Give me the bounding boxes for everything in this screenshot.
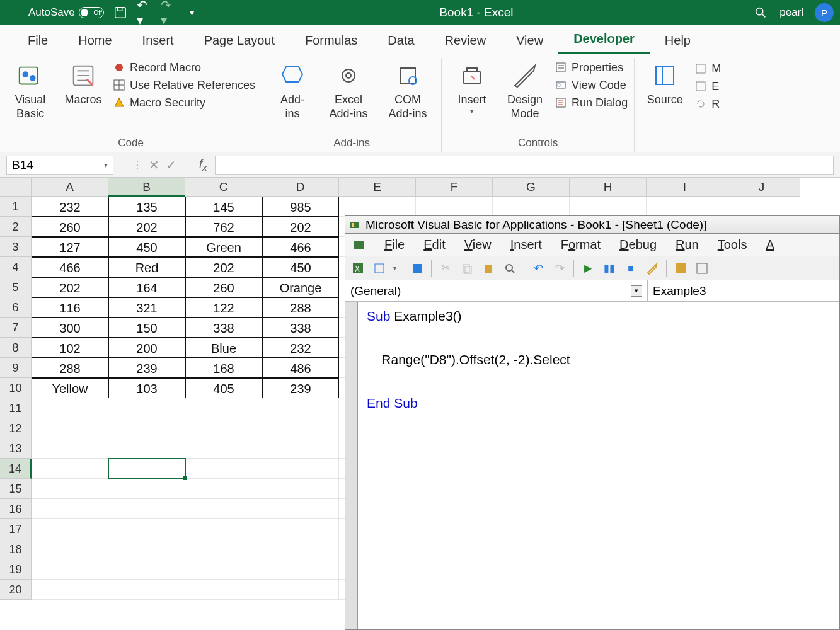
cell-H1[interactable] [570,197,647,217]
vba-cut-icon[interactable]: ✂ [438,261,453,276]
vba-save-icon[interactable] [410,261,425,276]
toggle-switch[interactable]: Off [79,7,104,18]
cell-B2[interactable]: 202 [108,217,185,237]
qat-dropdown-icon[interactable]: ▾ [185,5,200,20]
vba-menu-view[interactable]: View [464,238,492,252]
cell-B19[interactable] [108,559,185,580]
cell-C16[interactable] [185,499,262,519]
cell-A20[interactable] [32,580,108,600]
vba-stop-icon[interactable]: ■ [623,261,638,276]
cell-C9[interactable]: 168 [185,358,262,378]
cell-I1[interactable] [647,197,723,217]
macro-security-button[interactable]: Macro Security [112,96,255,110]
design-mode-button[interactable]: Design Mode [501,60,549,120]
column-header-E[interactable]: E [339,178,416,197]
addins-button[interactable]: Add- ins [268,60,316,120]
row-header-17[interactable]: 17 [0,519,32,539]
cell-F1[interactable] [416,197,493,217]
cell-D1[interactable]: 985 [262,197,339,217]
cell-C13[interactable] [185,438,262,459]
select-all-corner[interactable] [0,178,32,197]
tab-formulas[interactable]: Formulas [290,27,372,54]
cell-J1[interactable] [723,197,800,217]
vba-insert-icon[interactable] [372,261,387,276]
cell-D5[interactable]: Orange [262,277,339,297]
cell-D10[interactable]: 239 [262,378,339,398]
row-header-19[interactable]: 19 [0,559,32,580]
cell-B7[interactable]: 150 [108,318,185,338]
cell-A9[interactable]: 288 [32,358,108,378]
row-header-20[interactable]: 20 [0,580,32,600]
vba-menu-run[interactable]: Run [676,238,699,252]
column-header-J[interactable]: J [723,178,800,197]
cell-B11[interactable] [108,398,185,418]
cell-C7[interactable]: 338 [185,318,262,338]
record-macro-button[interactable]: Record Macro [112,60,255,74]
vba-properties-icon[interactable] [694,261,710,276]
tab-page-layout[interactable]: Page Layout [189,27,290,54]
cell-D11[interactable] [262,398,339,418]
vba-menu-edit[interactable]: Edit [423,238,445,252]
vba-menu-file[interactable]: File [384,238,405,252]
cell-C15[interactable] [185,479,262,499]
cell-C18[interactable] [185,539,262,559]
redo-icon[interactable]: ↷ ▾ [161,5,176,20]
vba-redo-icon[interactable]: ↷ [552,261,567,276]
name-box[interactable]: B14 ▾ [6,156,113,175]
cell-D14[interactable] [262,459,339,479]
row-header-7[interactable]: 7 [0,318,32,338]
cell-B13[interactable] [108,438,185,459]
cell-D7[interactable]: 338 [262,318,339,338]
cell-A5[interactable]: 202 [32,277,108,297]
vba-run-icon[interactable]: ▶ [580,261,595,276]
search-icon[interactable] [753,5,768,20]
column-header-G[interactable]: G [493,178,570,197]
run-dialog-button[interactable]: Run Dialog [554,96,628,110]
properties-button[interactable]: Properties [554,60,628,74]
cell-A3[interactable]: 127 [32,237,108,257]
tab-review[interactable]: Review [430,27,502,54]
com-addins-button[interactable]: COM Add-ins [381,60,435,120]
cell-D6[interactable]: 288 [262,297,339,318]
cell-D2[interactable]: 202 [262,217,339,237]
cell-B9[interactable]: 239 [108,358,185,378]
row-header-6[interactable]: 6 [0,297,32,318]
cell-C19[interactable] [185,559,262,580]
cell-D17[interactable] [262,519,339,539]
vba-menu-debug[interactable]: Debug [619,238,657,252]
column-header-D[interactable]: D [262,178,339,197]
insert-control-button[interactable]: Insert ▾ [448,60,496,115]
excel-addins-button[interactable]: Excel Add-ins [321,60,376,120]
vba-menu-addins[interactable]: A [766,238,774,252]
row-header-15[interactable]: 15 [0,479,32,499]
cell-B5[interactable]: 164 [108,277,185,297]
map-properties-button[interactable]: M [694,62,721,76]
vba-copy-icon[interactable] [459,261,475,276]
cell-D16[interactable] [262,499,339,519]
cell-A8[interactable]: 102 [32,338,108,358]
column-header-B[interactable]: B [108,178,185,197]
cell-A15[interactable] [32,479,108,499]
row-header-16[interactable]: 16 [0,499,32,519]
cell-D9[interactable]: 486 [262,358,339,378]
cell-C10[interactable]: 405 [185,378,262,398]
cell-C2[interactable]: 762 [185,217,262,237]
cell-B14[interactable] [108,459,185,479]
column-header-A[interactable]: A [32,178,108,197]
row-header-5[interactable]: 5 [0,277,32,297]
row-header-13[interactable]: 13 [0,438,32,459]
save-icon[interactable] [113,5,128,20]
vba-menu-insert[interactable]: Insert [510,238,542,252]
cell-E1[interactable] [339,197,416,217]
cell-A19[interactable] [32,559,108,580]
tab-developer[interactable]: Developer [558,25,650,54]
cell-C17[interactable] [185,519,262,539]
tab-insert[interactable]: Insert [127,27,189,54]
cell-A17[interactable] [32,519,108,539]
undo-icon[interactable]: ↶ ▾ [137,5,152,20]
cell-B20[interactable] [108,580,185,600]
cell-D3[interactable]: 466 [262,237,339,257]
cell-C4[interactable]: 202 [185,257,262,277]
column-header-H[interactable]: H [570,178,647,197]
vba-menu-format[interactable]: Format [561,238,601,252]
